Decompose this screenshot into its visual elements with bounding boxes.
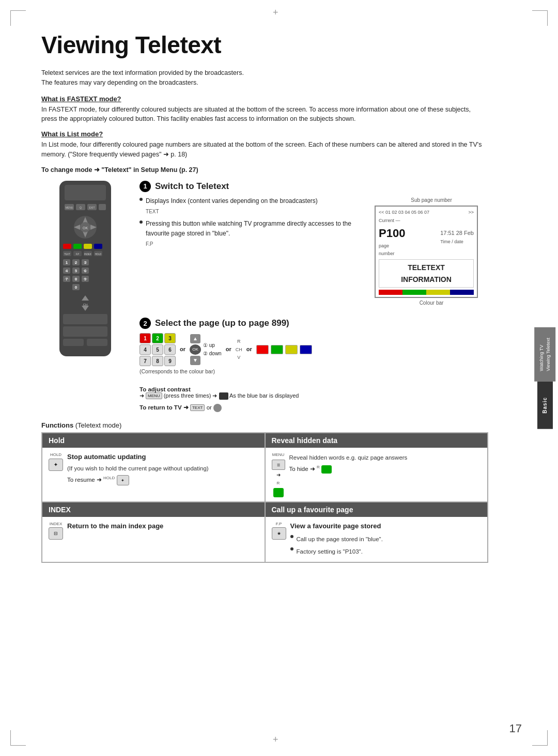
reveal-menu-label: MENU bbox=[272, 452, 285, 459]
or-label-1: or bbox=[180, 345, 185, 354]
functions-label: Functions bbox=[41, 421, 73, 429]
num-grid-1: 1 2 3 4 5 6 7 8 9 bbox=[140, 333, 176, 366]
num-btn-3: 3 bbox=[164, 333, 176, 343]
svg-rect-19 bbox=[94, 244, 102, 249]
teletext-title-line1: TELETEXT bbox=[379, 262, 473, 273]
index-icon-group: INDEX ⊟ bbox=[49, 521, 63, 540]
reveal-func-sub: Reveal hidden words e.g. quiz page answe… bbox=[289, 453, 408, 462]
func-header-hold: Hold bbox=[42, 433, 265, 448]
hold-resume-text: To resume ➜ bbox=[67, 477, 102, 483]
svg-text:jkl: jkl bbox=[74, 269, 77, 272]
intro-line1: Teletext services are the text informati… bbox=[41, 69, 244, 76]
arrow-left-btn bbox=[219, 392, 228, 400]
or-label-2: or bbox=[226, 345, 231, 354]
nav-ok-mid: OK bbox=[190, 344, 201, 355]
teletext-info-row: Current — P100 pagenumber 17:51 28 Feb T… bbox=[379, 217, 474, 257]
functions-sublabel: (Teletext mode) bbox=[75, 421, 122, 429]
page-number-label: pagenumber bbox=[379, 242, 405, 257]
svg-text:1: 1 bbox=[66, 260, 68, 265]
change-mode-text: To change mode ➜ "Teletext" in Setup Men… bbox=[41, 166, 488, 174]
step1-bullets: Displays Index (content varies depending… bbox=[140, 196, 366, 249]
func-body-hold: HOLD ✦ Stop automatic updating (If you w… bbox=[42, 448, 265, 490]
favourite-bullet2-text: Factory setting is "P103". bbox=[297, 547, 363, 556]
hold-icon-btn: ✦ bbox=[49, 459, 63, 471]
text-btn: TEXT bbox=[190, 404, 205, 411]
teletext-area: Sub page number << 01 02 03 04 05 06 07 … bbox=[375, 196, 488, 308]
svg-text:TEXT: TEXT bbox=[64, 253, 70, 256]
colour-btn-green bbox=[271, 345, 283, 354]
reveal-icon-group: MENU ☰ ➜ R bbox=[272, 452, 285, 497]
main-content: Viewing Teletext Teletext services are t… bbox=[41, 31, 488, 563]
func-cell-reveal: Reveal hidden data MENU ☰ ➜ R Reve bbox=[265, 433, 488, 502]
nav-ok-row: ▲ bbox=[190, 334, 200, 343]
func-body-reveal: MENU ☰ ➜ R Reveal hidden words e.g. quiz… bbox=[266, 448, 488, 501]
num-btn-6: 6 bbox=[164, 344, 176, 355]
menu-btn: MENU bbox=[146, 392, 162, 399]
func-header-reveal: Reveal hidden data bbox=[266, 433, 488, 448]
step1-bullet2-text: Pressing this button while watching TV p… bbox=[146, 219, 366, 239]
teletext-subpage-row: << 01 02 03 04 05 06 07 >> bbox=[379, 209, 474, 216]
corresponds-text: (Corresponds to the colour bar) bbox=[140, 367, 488, 376]
intro-line2: The features may vary depending on the b… bbox=[41, 79, 198, 86]
func-body-favourite: F.P ★ View a favourite page stored Call … bbox=[266, 517, 488, 562]
favourite-func-title: View a favourite page stored bbox=[290, 521, 383, 532]
fav-bullet-dot-1 bbox=[290, 535, 293, 538]
to-hide-text: To hide ➜ bbox=[289, 466, 315, 472]
change-mode-bold: To change mode ➜ "Teletext" in Setup Men… bbox=[41, 166, 198, 174]
svg-rect-1 bbox=[65, 185, 106, 200]
hold-resume-icon-label: HOLD bbox=[103, 476, 115, 480]
diagram-area: MENU Q EXIT OK bbox=[41, 181, 488, 412]
func-cell-index: INDEX INDEX ⊟ Return to the main index p… bbox=[42, 502, 265, 563]
or-label-3: or bbox=[246, 345, 252, 354]
subpage-arrows: >> bbox=[468, 209, 474, 216]
svg-text:OK: OK bbox=[83, 226, 88, 230]
reveal-to-hide: To hide ➜ R bbox=[289, 464, 408, 474]
ch-group: R CH V bbox=[236, 338, 242, 361]
step1-title: 1 Switch to Teletext bbox=[140, 181, 488, 192]
teletext-page-num-wrap: Current — P100 pagenumber bbox=[379, 217, 405, 257]
bullet-dot-2 bbox=[140, 220, 143, 224]
hold-resume-btn: ✦ bbox=[117, 475, 129, 485]
hide-r-label: R bbox=[317, 465, 320, 469]
ch-v-label: V bbox=[237, 354, 240, 361]
up-down-labels: ① up ② down bbox=[203, 341, 222, 358]
return-or-label: or bbox=[207, 404, 212, 411]
svg-rect-62 bbox=[87, 339, 107, 346]
step2-title: 2 Select the page (up to page 899) bbox=[140, 318, 488, 329]
fastext-heading: What is FASTEXT mode? bbox=[41, 95, 488, 103]
hold-inner: HOLD ✦ Stop automatic updating (If you w… bbox=[49, 452, 258, 485]
svg-text:abc: abc bbox=[74, 261, 78, 263]
functions-title: Functions (Teletext mode) bbox=[41, 421, 488, 429]
num-btn-1: 1 bbox=[140, 333, 151, 343]
func-cell-hold: Hold HOLD ✦ Stop automatic updating (If … bbox=[42, 433, 265, 502]
hold-resume: To resume ➜ HOLD ✦ bbox=[67, 475, 209, 485]
svg-text:EXIT: EXIT bbox=[89, 206, 95, 209]
teletext-colour-bar bbox=[379, 290, 474, 295]
colour-buttons bbox=[256, 345, 312, 354]
ch-r-label: R bbox=[237, 338, 241, 345]
teletext-title-box: TELETEXT INFORMATION bbox=[379, 259, 474, 288]
hold-text: Stop automatic updating (If you wish to … bbox=[67, 452, 209, 485]
favourite-icon-group: F.P ★ bbox=[272, 521, 286, 540]
subpage-text: << 01 02 03 04 05 06 07 bbox=[379, 209, 429, 216]
exit-btn bbox=[213, 404, 222, 412]
remote-svg: MENU Q EXIT OK bbox=[41, 181, 129, 368]
favourite-inner: F.P ★ View a favourite page stored Call … bbox=[272, 521, 482, 558]
reveal-r-btn bbox=[273, 488, 284, 497]
step1-bullet1-text: Displays Index (content varies depending… bbox=[146, 196, 318, 206]
steps-area: 1 Switch to Teletext Displays Index (con… bbox=[129, 181, 488, 412]
adjust-contrast-result: As the blue bar is displayed bbox=[229, 392, 299, 399]
favourite-bullet1-text: Call up the page stored in "blue". bbox=[297, 534, 383, 544]
colour-bar-yellow bbox=[426, 290, 450, 295]
bullet-dot-1 bbox=[140, 198, 143, 201]
svg-text:ghi: ghi bbox=[65, 269, 68, 272]
favourite-fp-label: F.P bbox=[276, 521, 282, 528]
num-btn-5: 5 bbox=[152, 344, 163, 355]
page-container: Viewing Teletext Teletext services are t… bbox=[0, 0, 558, 756]
step2-content: 1 2 3 4 5 6 7 8 9 or bbox=[140, 333, 488, 376]
step1-bullet2: Pressing this button while watching TV p… bbox=[140, 219, 366, 239]
colour-btn-red bbox=[256, 345, 269, 354]
favourite-bullet2: Factory setting is "P103". bbox=[290, 546, 383, 556]
down-label: ② down bbox=[203, 350, 222, 358]
func-cell-favourite: Call up a favourite page F.P ★ View a fa… bbox=[265, 502, 488, 563]
